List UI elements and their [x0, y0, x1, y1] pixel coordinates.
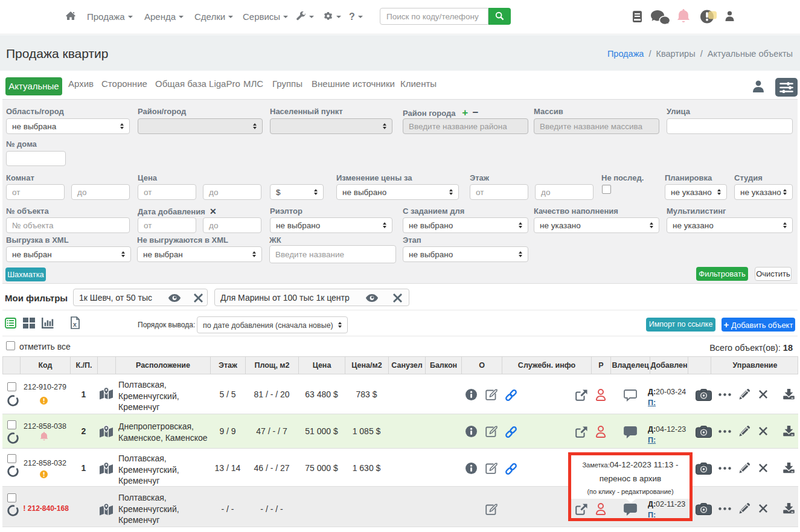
- svg-text:x: x: [73, 321, 77, 328]
